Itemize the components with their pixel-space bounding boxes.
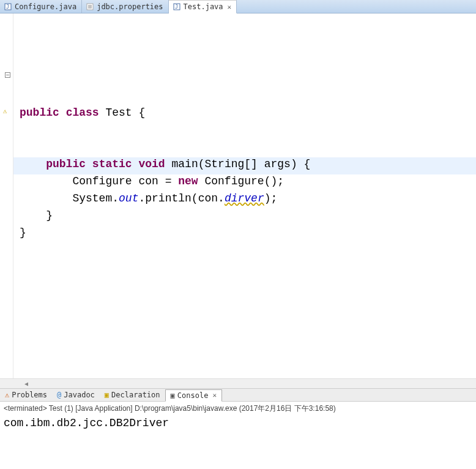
tab-declaration[interactable]: ▣ Declaration [100,389,165,401]
close-icon[interactable]: ✕ [212,391,217,399]
javadoc-icon: @ [57,391,61,399]
bottom-view-tabs: ⚠ Problems @ Javadoc ▣ Declaration ▣ Con… [0,388,476,402]
tab-label: Declaration [111,391,160,399]
java-file-icon: J [4,2,12,11]
java-file-icon: J [173,2,181,11]
svg-text:J: J [6,4,9,10]
problems-icon: ⚠ [5,391,9,399]
close-icon[interactable]: ✕ [228,3,232,11]
editor-gutter[interactable]: − ⚠ [0,13,13,378]
tab-javadoc[interactable]: @ Javadoc [52,389,100,401]
properties-file-icon [86,2,94,11]
tab-label: Problems [12,391,47,399]
tab-label: Configure.java [15,2,76,11]
tab-console[interactable]: ▣ Console ✕ [165,389,222,402]
console-output[interactable]: com.ibm.db2.jcc.DB2Driver [0,416,476,430]
declaration-icon: ▣ [105,391,109,399]
code-editor[interactable]: public class Test { public static void m… [13,13,476,378]
tab-jdbc-properties[interactable]: jdbc.properties [82,0,168,13]
tab-configure[interactable]: J Configure.java [0,0,82,13]
svg-text:J: J [175,4,178,10]
fold-collapse-icon[interactable]: − [5,72,10,78]
tab-problems[interactable]: ⚠ Problems [0,389,52,401]
tab-label: jdbc.properties [97,2,163,11]
tab-label: Console [177,391,209,400]
tab-label: Javadoc [64,391,95,399]
code-content: public class Test { public static void m… [20,70,476,258]
warning-marker-icon[interactable]: ⚠ [1,107,9,115]
editor-tab-bar: J Configure.java jdbc.properties J Test.… [0,0,476,13]
tab-label: Test.java [184,2,223,11]
tab-test[interactable]: J Test.java ✕ [169,0,237,13]
console-status-line: <terminated> Test (1) [Java Application]… [0,402,476,416]
scroll-left-icon[interactable]: ◀ [24,380,28,387]
console-icon: ▣ [171,391,175,400]
horizontal-scrollbar[interactable]: ◀ [0,378,476,388]
editor-area: − ⚠ public class Test { public static vo… [0,13,476,378]
